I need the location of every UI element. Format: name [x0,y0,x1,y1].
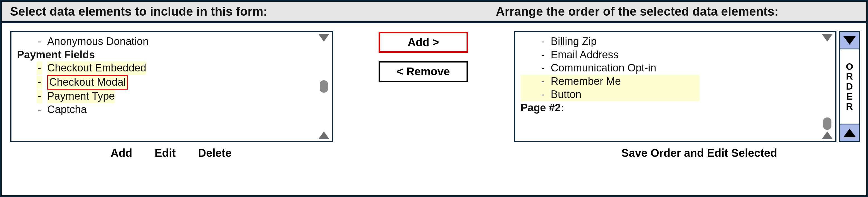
dash-icon: - [540,88,546,101]
scroll-track[interactable] [317,41,331,131]
remove-from-form-button[interactable]: < Remove [379,61,468,82]
scroll-down-icon[interactable] [318,34,330,41]
list-item-label: Checkout Embedded [47,61,146,75]
list-item-label: Remember Me [551,75,621,88]
header-right-label: Arrange the order of the selected data e… [496,4,858,19]
list-item-label: Billing Zip [551,35,597,48]
dash-icon: - [37,103,42,117]
dash-icon: - [37,76,42,89]
add-to-form-button[interactable]: Add > [379,32,468,53]
dash-icon: - [540,61,546,75]
list-item-label: Payment Type [47,90,115,103]
list-item[interactable]: -Checkout Embedded [17,61,313,75]
list-item-label: Communication Opt-in [551,61,656,75]
order-label-char: D [846,81,853,92]
dash-icon: - [37,35,42,48]
triangle-up-icon [843,129,856,137]
dash-icon: - [37,90,42,103]
dash-icon: - [540,75,546,88]
list-item[interactable]: -Communication Opt-in [521,61,817,75]
list-item-label: Checkout Modal [47,75,128,90]
delete-element-button[interactable]: Delete [198,147,231,159]
main-row: -Anonymous DonationPayment Fields-Checko… [2,23,866,142]
scroll-thumb[interactable] [320,80,328,93]
list-item[interactable]: -Billing Zip [521,35,817,48]
scroll-down-icon[interactable] [822,34,833,41]
footer-row: Add Edit Delete Save Order and Edit Sele… [2,142,866,165]
form-builder-panel: Select data elements to include in this … [0,0,868,197]
scroll-up-icon[interactable] [822,131,833,139]
header-left-label: Select data elements to include in this … [10,4,496,19]
selected-elements-content: -Billing Zip-Email Address-Communication… [515,32,820,141]
list-group-header: Page #2: [521,101,817,115]
scroll-up-icon[interactable] [318,131,330,139]
available-elements-listbox[interactable]: -Anonymous DonationPayment Fields-Checko… [10,31,333,142]
list-group-header: Payment Fields [17,48,313,62]
body: -Anonymous DonationPayment Fields-Checko… [2,23,866,195]
order-controls: ORDER [839,31,860,142]
list-item-label: Captcha [47,103,87,117]
order-label-char: R [846,102,853,111]
scroll-thumb[interactable] [823,118,831,130]
transfer-buttons: Add > < Remove [358,31,489,82]
save-order-button[interactable]: Save Order and Edit Selected [621,147,777,159]
list-item[interactable]: -Anonymous Donation [17,35,313,48]
list-item-label: Button [551,88,582,101]
list-item-label: Anonymous Donation [47,35,149,48]
move-down-button[interactable] [840,32,859,50]
available-elements-content: -Anonymous DonationPayment Fields-Checko… [11,32,316,141]
header-row: Select data elements to include in this … [2,2,866,23]
dash-icon: - [37,61,42,75]
scrollbar-right[interactable] [819,32,835,141]
order-label: ORDER [840,50,859,124]
list-item[interactable]: -Email Address [521,48,817,62]
list-item[interactable]: -Button [521,88,700,101]
order-label-char: R [846,71,853,81]
triangle-down-icon [843,36,856,45]
list-item[interactable]: -Payment Type [17,90,313,103]
list-item[interactable]: -Remember Me [521,75,700,88]
list-item-label: Email Address [551,48,619,62]
add-element-button[interactable]: Add [111,147,132,159]
order-label-char: O [846,62,853,72]
list-item[interactable]: -Checkout Modal [17,75,313,90]
edit-element-button[interactable]: Edit [155,147,176,159]
scroll-track[interactable] [820,41,834,131]
order-label-char: E [846,92,852,102]
dash-icon: - [540,35,546,48]
dash-icon: - [540,48,546,62]
move-up-button[interactable] [840,124,859,141]
list-item[interactable]: -Captcha [17,103,313,117]
footer-right-actions: Save Order and Edit Selected [367,147,858,159]
selected-elements-listbox[interactable]: -Billing Zip-Email Address-Communication… [514,31,837,142]
scrollbar-left[interactable] [316,32,332,141]
footer-left-actions: Add Edit Delete [10,147,367,159]
